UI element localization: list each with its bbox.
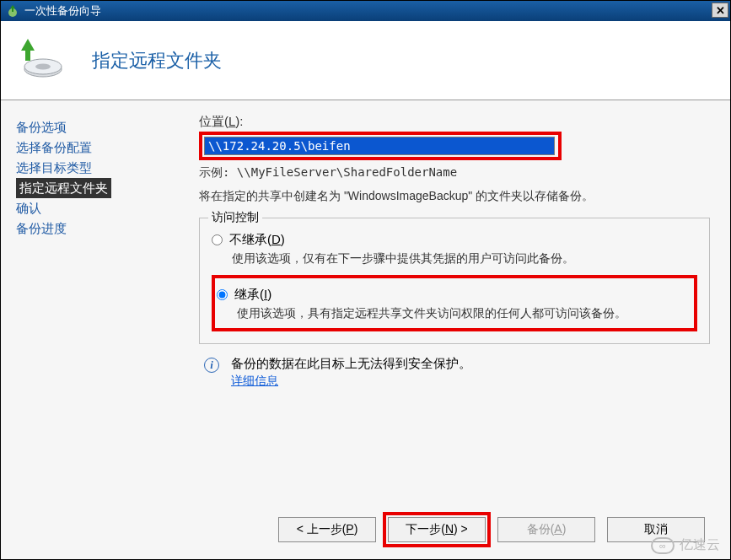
description-text: 将在指定的共享中创建名为 "WindowsImageBackup" 的文件夹以存… — [199, 187, 710, 204]
radio-no-inherit[interactable] — [212, 234, 223, 245]
header-band: 指定远程文件夹 — [1, 21, 730, 100]
next-button[interactable]: 下一步(N) > — [388, 517, 486, 542]
info-icon: i — [204, 358, 219, 373]
watermark-icon: ∞ — [651, 537, 675, 554]
app-icon — [6, 4, 19, 18]
info-text: 备份的数据在此目标上无法得到安全保护。 — [231, 356, 471, 372]
button-bar: < 上一步(P) 下一步(N) > 备份(A) 取消 — [1, 517, 730, 542]
access-control-legend: 访问控制 — [208, 210, 262, 225]
svg-point-3 — [35, 63, 51, 69]
radio-inherit-label[interactable]: 继承(I) — [234, 287, 271, 303]
radio-inherit-desc: 使用该选项，具有指定远程共享文件夹访问权限的任何人都可访问该备份。 — [237, 304, 692, 321]
main-content: 位置(L): 示例: \\MyFileServer\SharedFolderNa… — [182, 100, 730, 559]
sidebar-step-select-dest-type[interactable]: 选择目标类型 — [16, 158, 172, 178]
sidebar: 备份选项 选择备份配置 选择目标类型 指定远程文件夹 确认 备份进度 — [1, 100, 182, 559]
radio-inherit[interactable] — [217, 289, 228, 300]
wizard-window: 一次性备份向导 ✕ 指定远程文件夹 备份选项 选择备份配置 选择目标类型 指定远… — [0, 0, 731, 560]
sidebar-step-confirm[interactable]: 确认 — [16, 198, 172, 218]
radio-no-inherit-row: 不继承(D) — [212, 232, 697, 248]
window-title: 一次性备份向导 — [24, 3, 101, 19]
location-highlight-frame — [199, 132, 562, 160]
close-button[interactable]: ✕ — [712, 3, 728, 18]
access-control-fieldset: 访问控制 不继承(D) 使用该选项，仅有在下一步骤中提供其凭据的用户可访问此备份… — [199, 218, 710, 344]
body: 备份选项 选择备份配置 选择目标类型 指定远程文件夹 确认 备份进度 位置(L)… — [1, 100, 730, 559]
details-link[interactable]: 详细信息 — [231, 374, 278, 389]
prev-button[interactable]: < 上一步(P) — [278, 517, 376, 542]
radio-inherit-row: 继承(I) — [217, 287, 692, 303]
sidebar-step-remote-folder[interactable]: 指定远程文件夹 — [16, 178, 111, 198]
page-title: 指定远程文件夹 — [92, 48, 222, 73]
sidebar-step-select-config[interactable]: 选择备份配置 — [16, 137, 172, 158]
example-text: 示例: \\MyFileServer\SharedFolderName — [199, 165, 710, 180]
inherit-highlight-frame: 继承(I) 使用该选项，具有指定远程共享文件夹访问权限的任何人都可访问该备份。 — [212, 275, 697, 331]
backup-button: 备份(A) — [497, 517, 595, 542]
location-label: 位置(L): — [199, 114, 710, 130]
radio-no-inherit-label[interactable]: 不继承(D) — [229, 232, 285, 248]
radio-no-inherit-desc: 使用该选项，仅有在下一步骤中提供其凭据的用户可访问此备份。 — [232, 250, 697, 267]
watermark-text: 亿速云 — [680, 536, 720, 554]
sidebar-step-backup-options[interactable]: 备份选项 — [16, 117, 172, 137]
wizard-icon — [13, 34, 67, 88]
location-input[interactable] — [204, 137, 555, 155]
watermark: ∞ 亿速云 — [651, 536, 720, 554]
sidebar-step-progress[interactable]: 备份进度 — [16, 218, 172, 239]
info-row: i 备份的数据在此目标上无法得到安全保护。 详细信息 — [199, 356, 710, 389]
titlebar: 一次性备份向导 ✕ — [1, 1, 730, 21]
